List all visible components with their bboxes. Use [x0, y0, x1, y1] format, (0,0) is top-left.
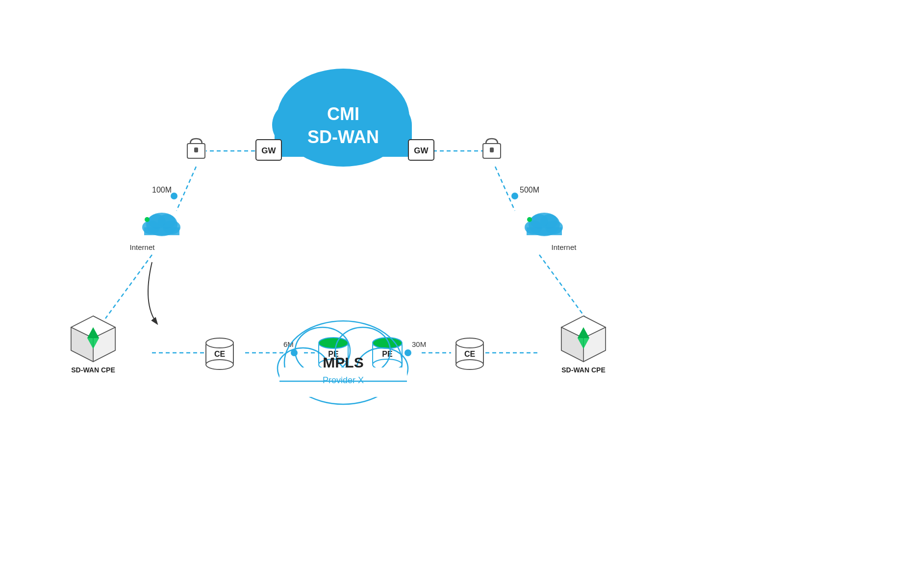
bw-500m-label: 500M — [520, 186, 539, 194]
lock-right — [483, 139, 501, 158]
svg-rect-33 — [144, 227, 179, 235]
bw-500m-dot — [511, 193, 518, 199]
curved-arrow — [148, 262, 157, 323]
svg-line-4 — [495, 167, 515, 211]
svg-text:CE: CE — [464, 350, 476, 358]
svg-rect-40 — [527, 227, 562, 235]
svg-text:GW: GW — [261, 146, 276, 155]
svg-point-56 — [206, 360, 233, 369]
gw-left: GW — [256, 140, 281, 160]
svg-text:SD-WAN: SD-WAN — [307, 127, 379, 147]
svg-line-3 — [105, 255, 152, 318]
svg-text:MPLS: MPLS — [323, 354, 363, 370]
cmi-sdwan-cloud: CMI SD-WAN — [272, 69, 412, 167]
svg-point-41 — [527, 217, 532, 222]
svg-text:GW: GW — [414, 146, 429, 155]
network-diagram: CMI SD-WAN GW GW 100M — [0, 0, 910, 588]
bw-100m-dot — [171, 193, 177, 199]
internet-left-label: Internet — [130, 243, 155, 251]
svg-text:Provider X: Provider X — [323, 375, 364, 385]
ce-left: CE — [206, 338, 233, 369]
svg-rect-27 — [490, 147, 494, 152]
svg-line-2 — [177, 167, 196, 211]
internet-right-label: Internet — [552, 243, 577, 251]
lock-left — [187, 139, 205, 158]
sdwan-cpe-left-label: SD-WAN CPE — [71, 366, 115, 374]
svg-text:PE: PE — [382, 350, 393, 358]
ce-right: CE — [456, 338, 483, 369]
pe-right: PE — [373, 338, 402, 370]
gw-right: GW — [408, 140, 434, 160]
svg-point-34 — [145, 217, 150, 222]
svg-point-60 — [456, 360, 483, 369]
sdwan-cpe-right-label: SD-WAN CPE — [561, 366, 605, 374]
svg-text:CE: CE — [214, 350, 226, 358]
svg-point-63 — [319, 338, 348, 348]
bw-30m-label: 30M — [412, 340, 426, 348]
svg-line-5 — [539, 255, 586, 318]
sdwan-cpe-right-icon — [561, 316, 606, 362]
svg-text:CMI: CMI — [327, 104, 359, 124]
svg-point-55 — [206, 338, 233, 348]
bw-30m-dot — [404, 349, 411, 356]
svg-point-59 — [456, 338, 483, 348]
sdwan-cpe-left-icon — [71, 316, 115, 362]
svg-point-39 — [540, 214, 558, 229]
svg-point-32 — [158, 214, 176, 229]
internet-left-cloud — [142, 213, 180, 236]
svg-rect-25 — [194, 147, 198, 152]
bw-100m-label: 100M — [152, 186, 172, 194]
internet-right-cloud — [525, 213, 563, 236]
